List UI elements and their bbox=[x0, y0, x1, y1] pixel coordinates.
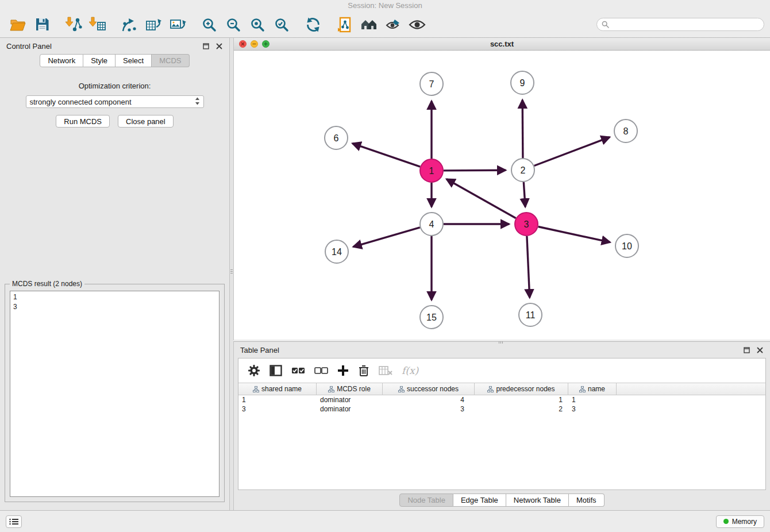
network-graph[interactable]: 7968124314101511 bbox=[234, 51, 770, 340]
memory-button[interactable]: Memory bbox=[716, 515, 764, 528]
edge-1-to-2[interactable] bbox=[444, 170, 506, 171]
column-header-predecessor-nodes[interactable]: predecessor nodes bbox=[475, 383, 568, 395]
edge-4-to-14[interactable] bbox=[353, 228, 420, 247]
toolbar-separator bbox=[110, 16, 117, 33]
table-cell: 3 bbox=[568, 405, 617, 413]
network-window-titlebar[interactable]: scc.txt bbox=[234, 38, 770, 51]
tab-motifs[interactable]: Motifs bbox=[569, 494, 605, 507]
graph-node-8[interactable]: 8 bbox=[614, 119, 637, 142]
graph-node-6[interactable]: 6 bbox=[325, 126, 348, 149]
zoom-in-icon[interactable] bbox=[197, 14, 221, 36]
graph-node-9[interactable]: 9 bbox=[511, 71, 534, 94]
edge-3-to-10[interactable] bbox=[538, 227, 610, 242]
column-header-shared-name[interactable]: shared name bbox=[238, 383, 317, 395]
edge-2-to-8[interactable] bbox=[534, 137, 610, 166]
tab-select[interactable]: Select bbox=[116, 54, 152, 67]
column-header-label: successor nodes bbox=[407, 385, 459, 393]
column-header-label: predecessor nodes bbox=[496, 385, 555, 393]
first-neighbors-icon[interactable] bbox=[357, 14, 381, 36]
toolbar-search[interactable] bbox=[596, 18, 764, 31]
column-tree-icon bbox=[579, 386, 586, 392]
float-panel-icon[interactable] bbox=[202, 42, 210, 50]
memory-label: Memory bbox=[732, 518, 757, 526]
graph-node-2[interactable]: 2 bbox=[511, 159, 534, 182]
edge-3-to-11[interactable] bbox=[527, 236, 530, 298]
network-from-selection-icon[interactable] bbox=[333, 14, 357, 36]
graph-node-14[interactable]: 14 bbox=[325, 240, 348, 263]
table-row[interactable]: 3dominator323 bbox=[238, 404, 765, 414]
control-panel: Control Panel NetworkStyleSelectMCDS Opt… bbox=[0, 38, 230, 510]
search-input[interactable] bbox=[612, 20, 759, 29]
toolbar-separator bbox=[294, 16, 301, 33]
close-window-icon[interactable] bbox=[239, 40, 247, 48]
function-builder-icon[interactable]: f(x) bbox=[402, 365, 418, 376]
column-header-successor-nodes[interactable]: successor nodes bbox=[383, 383, 475, 395]
show-hide-icon[interactable] bbox=[405, 14, 429, 36]
column-header-label: MCDS role bbox=[337, 385, 371, 393]
network-canvas[interactable]: 7968124314101511 bbox=[234, 51, 770, 340]
refresh-icon[interactable] bbox=[301, 14, 325, 36]
edge-3-to-1[interactable] bbox=[446, 179, 516, 218]
run-mcds-button[interactable]: Run MCDS bbox=[56, 115, 110, 128]
table-cell: 1 bbox=[568, 396, 617, 404]
tab-node-table[interactable]: Node Table bbox=[399, 494, 453, 507]
splitter-grip[interactable] bbox=[496, 341, 505, 344]
add-column-icon[interactable] bbox=[337, 365, 349, 376]
tab-network-table[interactable]: Network Table bbox=[506, 494, 569, 507]
open-file-icon[interactable] bbox=[6, 14, 30, 36]
table-body: 1dominator4113dominator323 bbox=[238, 395, 765, 414]
column-header-name[interactable]: name bbox=[568, 383, 617, 395]
maximize-window-icon[interactable] bbox=[262, 40, 270, 48]
import-table-from-file-icon[interactable] bbox=[86, 14, 110, 36]
minimize-window-icon[interactable] bbox=[251, 40, 258, 48]
control-panel-tabs: NetworkStyleSelectMCDS bbox=[0, 54, 229, 67]
column-tree-icon bbox=[328, 386, 334, 392]
save-session-icon[interactable] bbox=[30, 14, 54, 36]
table-cell: dominator bbox=[317, 396, 383, 404]
graph-node-1[interactable]: 1 bbox=[420, 159, 443, 182]
graph-node-10[interactable]: 10 bbox=[615, 234, 638, 257]
graph-node-7[interactable]: 7 bbox=[420, 72, 443, 95]
column-view-icon[interactable] bbox=[270, 365, 282, 376]
column-tree-icon bbox=[253, 386, 259, 392]
delete-column-icon[interactable] bbox=[358, 364, 369, 377]
float-panel-icon[interactable] bbox=[742, 346, 750, 354]
tab-mcds[interactable]: MCDS bbox=[152, 54, 189, 67]
gear-icon[interactable] bbox=[248, 364, 260, 377]
optimization-criterion-dropdown[interactable]: strongly connected component bbox=[26, 95, 204, 108]
graph-node-15[interactable]: 15 bbox=[420, 306, 443, 329]
graph-node-11[interactable]: 11 bbox=[519, 303, 542, 326]
svg-text:7: 7 bbox=[429, 79, 434, 89]
tab-network[interactable]: Network bbox=[40, 54, 83, 67]
graphics-details-icon[interactable] bbox=[381, 14, 405, 36]
edge-2-to-3[interactable] bbox=[523, 182, 525, 207]
task-history-icon[interactable] bbox=[6, 515, 22, 528]
zoom-fit-icon[interactable] bbox=[245, 14, 270, 36]
close-panel-icon[interactable] bbox=[215, 42, 223, 50]
import-network-from-file-icon[interactable] bbox=[61, 14, 86, 36]
toolbar-separator bbox=[325, 16, 333, 33]
deselect-all-icon[interactable] bbox=[314, 366, 328, 375]
graph-node-4[interactable]: 4 bbox=[420, 213, 443, 236]
edge-1-to-6[interactable] bbox=[352, 144, 420, 167]
select-all-icon[interactable] bbox=[291, 366, 305, 375]
mcds-result-group: MCDS result (2 nodes) 1 3 bbox=[5, 284, 225, 502]
close-panel-icon[interactable] bbox=[756, 346, 764, 354]
network-window-title: scc.txt bbox=[490, 40, 514, 48]
table-row[interactable]: 1dominator411 bbox=[238, 395, 765, 404]
chevron-up-down-icon bbox=[195, 97, 200, 107]
mcds-result-text[interactable]: 1 3 bbox=[10, 291, 220, 497]
edge-2-to-9[interactable] bbox=[522, 100, 523, 158]
tab-edge-table[interactable]: Edge Table bbox=[453, 494, 506, 507]
export-image-icon[interactable] bbox=[165, 14, 190, 36]
graph-node-3[interactable]: 3 bbox=[515, 213, 538, 236]
svg-text:6: 6 bbox=[334, 133, 339, 143]
zoom-selected-icon[interactable] bbox=[270, 14, 294, 36]
column-header-MCDS-role[interactable]: MCDS role bbox=[317, 383, 383, 395]
tab-style[interactable]: Style bbox=[83, 54, 116, 67]
new-table-icon[interactable] bbox=[141, 14, 165, 36]
new-network-icon[interactable] bbox=[117, 14, 141, 36]
zoom-out-icon[interactable] bbox=[221, 14, 245, 36]
delete-table-icon[interactable] bbox=[379, 365, 392, 376]
close-panel-button[interactable]: Close panel bbox=[118, 115, 174, 128]
